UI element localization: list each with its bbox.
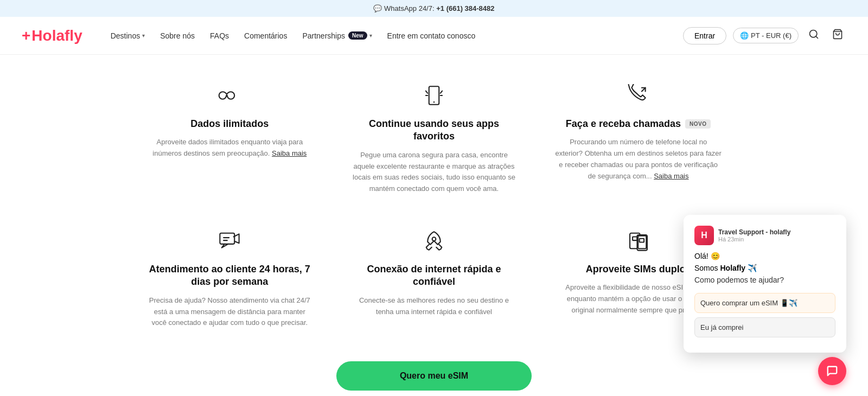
nav-faqs[interactable]: FAQs bbox=[203, 27, 235, 44]
dual-sim-icon bbox=[627, 227, 650, 254]
chat-float-button[interactable] bbox=[818, 357, 846, 385]
feature-1-link[interactable]: Saiba mais bbox=[272, 149, 307, 157]
cta-button[interactable]: Quero meu eSIM bbox=[336, 361, 532, 391]
rocket-icon bbox=[423, 227, 445, 254]
cta-container: Quero meu eSIM bbox=[33, 361, 835, 391]
chat-support-icon bbox=[218, 227, 241, 254]
phone-vibrate-icon bbox=[423, 82, 445, 109]
feature-5-title: Conexão de internet rápida e confiável bbox=[351, 263, 518, 289]
nav-partnerships[interactable]: Partnerships New ▾ bbox=[296, 27, 378, 44]
chat-bought-button[interactable]: Eu já comprei bbox=[694, 317, 835, 337]
feature-3-desc: Procurando um número de telefone local n… bbox=[555, 137, 722, 182]
chat-agent-name: Travel Support - holafly bbox=[718, 228, 790, 236]
nav-right: Entrar 🌐 PT - EUR (€) bbox=[683, 25, 846, 46]
chat-buy-button[interactable]: Quero comprar um eSIM 📱✈️ bbox=[694, 293, 835, 313]
chat-header: H Travel Support - holafly Há 23min bbox=[694, 226, 835, 245]
feature-1-desc: Aproveite dados ilimitados enquanto viaj… bbox=[146, 137, 313, 159]
whatsapp-icon: 💬 bbox=[373, 4, 382, 12]
chevron-down-icon: ▾ bbox=[142, 33, 145, 39]
language-selector[interactable]: 🌐 PT - EUR (€) bbox=[733, 28, 799, 43]
nav-destinos[interactable]: Destinos ▾ bbox=[104, 27, 151, 44]
chat-greeting: Olá! 😊 bbox=[694, 252, 835, 260]
features-grid: Dados ilimitados Aproveite dados ilimita… bbox=[136, 76, 732, 334]
partnerships-new-badge: New bbox=[348, 31, 367, 40]
top-bar: 💬 WhatsApp 24/7: +1 (661) 384-8482 bbox=[0, 0, 868, 17]
nav-comentarios[interactable]: Comentários bbox=[238, 27, 293, 44]
chevron-down-icon-partnerships: ▾ bbox=[369, 33, 372, 39]
cart-button[interactable] bbox=[829, 25, 846, 46]
entrar-button[interactable]: Entrar bbox=[683, 27, 726, 44]
svg-line-7 bbox=[441, 91, 442, 93]
nav-sobre[interactable]: Sobre nós bbox=[154, 27, 201, 44]
call-arrows-icon bbox=[627, 82, 650, 109]
svg-rect-17 bbox=[633, 237, 637, 240]
chat-somos: Somos Holafly ✈️ bbox=[694, 264, 835, 272]
feature-2-desc: Pegue uma carona segura para casa, encon… bbox=[351, 150, 518, 195]
svg-point-13 bbox=[432, 237, 436, 241]
nav-contato[interactable]: Entre em contato conosco bbox=[381, 27, 482, 44]
header: + Holafly Destinos ▾ Sobre nós FAQs Come… bbox=[0, 17, 868, 55]
feature-support: Atendimento ao cliente 24 horas, 7 dias … bbox=[136, 222, 324, 334]
chat-time: Há 23min bbox=[718, 236, 790, 242]
chat-popup: H Travel Support - holafly Há 23min Olá!… bbox=[684, 215, 846, 353]
feature-6-title: Aproveite SIMs duplos bbox=[586, 263, 691, 276]
feature-2-title: Continue usando seus apps favoritos bbox=[351, 118, 518, 143]
topbar-text: WhatsApp 24/7: bbox=[384, 4, 435, 12]
logo[interactable]: + Holafly bbox=[22, 27, 82, 44]
svg-line-5 bbox=[426, 91, 427, 93]
logo-text: Holafly bbox=[31, 27, 82, 44]
topbar-phone[interactable]: +1 (661) 384-8482 bbox=[436, 4, 494, 12]
feature-4-title: Atendimento ao cliente 24 horas, 7 dias … bbox=[146, 263, 313, 289]
feature-calls: Faça e receba chamadas NOVO Procurando u… bbox=[544, 76, 732, 200]
logo-plus: + bbox=[22, 27, 30, 44]
feature-unlimited-data: Dados ilimitados Aproveite dados ilimita… bbox=[136, 76, 324, 200]
globe-icon: 🌐 bbox=[740, 31, 749, 40]
feature-3-link[interactable]: Saiba mais bbox=[654, 172, 688, 180]
feature-5-desc: Conecte-se às melhores redes no seu dest… bbox=[351, 295, 518, 318]
feature-fast-internet: Conexão de internet rápida e confiável C… bbox=[340, 222, 528, 334]
feature-1-title: Dados ilimitados bbox=[190, 118, 269, 130]
feature-apps: Continue usando seus apps favoritos Pegu… bbox=[340, 76, 528, 200]
search-button[interactable] bbox=[805, 25, 822, 46]
lang-label: PT - EUR (€) bbox=[751, 31, 792, 40]
infinity-icon bbox=[218, 82, 241, 109]
nav: Destinos ▾ Sobre nós FAQs Comentários Pa… bbox=[104, 27, 683, 44]
svg-line-1 bbox=[816, 36, 818, 39]
chat-avatar: H bbox=[694, 226, 714, 245]
feature-4-desc: Precisa de ajuda? Nosso atendimento via … bbox=[146, 295, 313, 329]
novo-badge: NOVO bbox=[685, 119, 711, 129]
feature-3-title: Faça e receba chamadas NOVO bbox=[566, 118, 711, 130]
chat-question: Como podemos te ajudar? bbox=[694, 276, 835, 284]
svg-rect-10 bbox=[220, 233, 235, 244]
